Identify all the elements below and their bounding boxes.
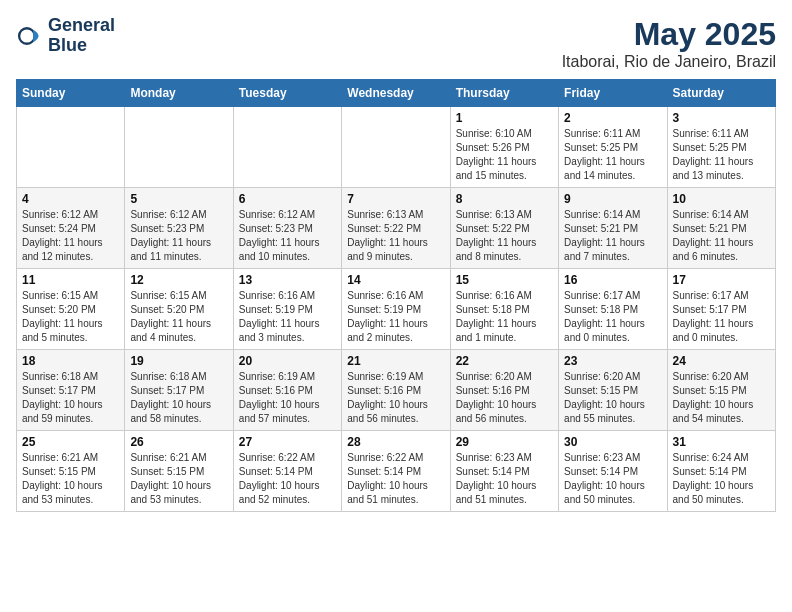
- day-number: 11: [22, 273, 119, 287]
- day-number: 1: [456, 111, 553, 125]
- calendar-cell: 3Sunrise: 6:11 AM Sunset: 5:25 PM Daylig…: [667, 107, 775, 188]
- calendar-cell: 1Sunrise: 6:10 AM Sunset: 5:26 PM Daylig…: [450, 107, 558, 188]
- day-info: Sunrise: 6:18 AM Sunset: 5:17 PM Dayligh…: [130, 370, 227, 426]
- calendar-week-3: 18Sunrise: 6:18 AM Sunset: 5:17 PM Dayli…: [17, 350, 776, 431]
- calendar-cell: 13Sunrise: 6:16 AM Sunset: 5:19 PM Dayli…: [233, 269, 341, 350]
- calendar-cell: 4Sunrise: 6:12 AM Sunset: 5:24 PM Daylig…: [17, 188, 125, 269]
- day-number: 4: [22, 192, 119, 206]
- day-info: Sunrise: 6:20 AM Sunset: 5:15 PM Dayligh…: [673, 370, 770, 426]
- day-info: Sunrise: 6:15 AM Sunset: 5:20 PM Dayligh…: [22, 289, 119, 345]
- day-info: Sunrise: 6:14 AM Sunset: 5:21 PM Dayligh…: [564, 208, 661, 264]
- day-number: 15: [456, 273, 553, 287]
- calendar-cell: 23Sunrise: 6:20 AM Sunset: 5:15 PM Dayli…: [559, 350, 667, 431]
- day-number: 6: [239, 192, 336, 206]
- weekday-header-monday: Monday: [125, 80, 233, 107]
- calendar-cell: 29Sunrise: 6:23 AM Sunset: 5:14 PM Dayli…: [450, 431, 558, 512]
- calendar-cell: 22Sunrise: 6:20 AM Sunset: 5:16 PM Dayli…: [450, 350, 558, 431]
- day-number: 3: [673, 111, 770, 125]
- day-info: Sunrise: 6:16 AM Sunset: 5:18 PM Dayligh…: [456, 289, 553, 345]
- calendar-cell: 26Sunrise: 6:21 AM Sunset: 5:15 PM Dayli…: [125, 431, 233, 512]
- logo-text: General Blue: [48, 16, 115, 56]
- day-info: Sunrise: 6:23 AM Sunset: 5:14 PM Dayligh…: [456, 451, 553, 507]
- calendar-week-2: 11Sunrise: 6:15 AM Sunset: 5:20 PM Dayli…: [17, 269, 776, 350]
- day-info: Sunrise: 6:23 AM Sunset: 5:14 PM Dayligh…: [564, 451, 661, 507]
- calendar-title: May 2025: [562, 16, 776, 53]
- weekday-header-sunday: Sunday: [17, 80, 125, 107]
- day-number: 28: [347, 435, 444, 449]
- day-info: Sunrise: 6:11 AM Sunset: 5:25 PM Dayligh…: [564, 127, 661, 183]
- calendar-cell: [125, 107, 233, 188]
- calendar-cell: 8Sunrise: 6:13 AM Sunset: 5:22 PM Daylig…: [450, 188, 558, 269]
- day-number: 29: [456, 435, 553, 449]
- day-number: 17: [673, 273, 770, 287]
- day-number: 8: [456, 192, 553, 206]
- calendar-cell: 31Sunrise: 6:24 AM Sunset: 5:14 PM Dayli…: [667, 431, 775, 512]
- day-info: Sunrise: 6:17 AM Sunset: 5:17 PM Dayligh…: [673, 289, 770, 345]
- weekday-header-wednesday: Wednesday: [342, 80, 450, 107]
- day-info: Sunrise: 6:16 AM Sunset: 5:19 PM Dayligh…: [239, 289, 336, 345]
- calendar-cell: 24Sunrise: 6:20 AM Sunset: 5:15 PM Dayli…: [667, 350, 775, 431]
- day-info: Sunrise: 6:12 AM Sunset: 5:23 PM Dayligh…: [130, 208, 227, 264]
- day-number: 2: [564, 111, 661, 125]
- day-number: 13: [239, 273, 336, 287]
- day-number: 12: [130, 273, 227, 287]
- calendar-body: 1Sunrise: 6:10 AM Sunset: 5:26 PM Daylig…: [17, 107, 776, 512]
- calendar-cell: 21Sunrise: 6:19 AM Sunset: 5:16 PM Dayli…: [342, 350, 450, 431]
- day-number: 19: [130, 354, 227, 368]
- calendar-cell: 27Sunrise: 6:22 AM Sunset: 5:14 PM Dayli…: [233, 431, 341, 512]
- day-info: Sunrise: 6:13 AM Sunset: 5:22 PM Dayligh…: [347, 208, 444, 264]
- weekday-header-tuesday: Tuesday: [233, 80, 341, 107]
- day-number: 27: [239, 435, 336, 449]
- day-number: 21: [347, 354, 444, 368]
- day-number: 23: [564, 354, 661, 368]
- day-number: 16: [564, 273, 661, 287]
- logo: General Blue: [16, 16, 115, 56]
- calendar-cell: [342, 107, 450, 188]
- svg-point-0: [19, 28, 35, 44]
- calendar-cell: 15Sunrise: 6:16 AM Sunset: 5:18 PM Dayli…: [450, 269, 558, 350]
- day-number: 7: [347, 192, 444, 206]
- day-info: Sunrise: 6:19 AM Sunset: 5:16 PM Dayligh…: [347, 370, 444, 426]
- day-info: Sunrise: 6:16 AM Sunset: 5:19 PM Dayligh…: [347, 289, 444, 345]
- calendar-cell: 7Sunrise: 6:13 AM Sunset: 5:22 PM Daylig…: [342, 188, 450, 269]
- weekday-header-row: SundayMondayTuesdayWednesdayThursdayFrid…: [17, 80, 776, 107]
- weekday-header-thursday: Thursday: [450, 80, 558, 107]
- logo-icon: [16, 22, 44, 50]
- calendar-week-1: 4Sunrise: 6:12 AM Sunset: 5:24 PM Daylig…: [17, 188, 776, 269]
- calendar-cell: 9Sunrise: 6:14 AM Sunset: 5:21 PM Daylig…: [559, 188, 667, 269]
- header: General Blue May 2025 Itaborai, Rio de J…: [16, 16, 776, 71]
- calendar-cell: 10Sunrise: 6:14 AM Sunset: 5:21 PM Dayli…: [667, 188, 775, 269]
- day-info: Sunrise: 6:19 AM Sunset: 5:16 PM Dayligh…: [239, 370, 336, 426]
- calendar-cell: [17, 107, 125, 188]
- calendar-cell: 25Sunrise: 6:21 AM Sunset: 5:15 PM Dayli…: [17, 431, 125, 512]
- day-info: Sunrise: 6:22 AM Sunset: 5:14 PM Dayligh…: [239, 451, 336, 507]
- day-info: Sunrise: 6:17 AM Sunset: 5:18 PM Dayligh…: [564, 289, 661, 345]
- calendar-table: SundayMondayTuesdayWednesdayThursdayFrid…: [16, 79, 776, 512]
- calendar-cell: 17Sunrise: 6:17 AM Sunset: 5:17 PM Dayli…: [667, 269, 775, 350]
- day-number: 30: [564, 435, 661, 449]
- day-number: 14: [347, 273, 444, 287]
- day-info: Sunrise: 6:15 AM Sunset: 5:20 PM Dayligh…: [130, 289, 227, 345]
- calendar-cell: 16Sunrise: 6:17 AM Sunset: 5:18 PM Dayli…: [559, 269, 667, 350]
- calendar-cell: 12Sunrise: 6:15 AM Sunset: 5:20 PM Dayli…: [125, 269, 233, 350]
- day-number: 22: [456, 354, 553, 368]
- calendar-cell: [233, 107, 341, 188]
- calendar-header: SundayMondayTuesdayWednesdayThursdayFrid…: [17, 80, 776, 107]
- title-area: May 2025 Itaborai, Rio de Janeiro, Brazi…: [562, 16, 776, 71]
- day-info: Sunrise: 6:20 AM Sunset: 5:16 PM Dayligh…: [456, 370, 553, 426]
- day-number: 18: [22, 354, 119, 368]
- day-number: 5: [130, 192, 227, 206]
- calendar-cell: 20Sunrise: 6:19 AM Sunset: 5:16 PM Dayli…: [233, 350, 341, 431]
- calendar-week-4: 25Sunrise: 6:21 AM Sunset: 5:15 PM Dayli…: [17, 431, 776, 512]
- day-number: 25: [22, 435, 119, 449]
- day-number: 26: [130, 435, 227, 449]
- calendar-cell: 14Sunrise: 6:16 AM Sunset: 5:19 PM Dayli…: [342, 269, 450, 350]
- day-info: Sunrise: 6:10 AM Sunset: 5:26 PM Dayligh…: [456, 127, 553, 183]
- day-info: Sunrise: 6:21 AM Sunset: 5:15 PM Dayligh…: [130, 451, 227, 507]
- day-info: Sunrise: 6:22 AM Sunset: 5:14 PM Dayligh…: [347, 451, 444, 507]
- day-number: 24: [673, 354, 770, 368]
- calendar-cell: 18Sunrise: 6:18 AM Sunset: 5:17 PM Dayli…: [17, 350, 125, 431]
- calendar-cell: 19Sunrise: 6:18 AM Sunset: 5:17 PM Dayli…: [125, 350, 233, 431]
- calendar-subtitle: Itaborai, Rio de Janeiro, Brazil: [562, 53, 776, 71]
- calendar-cell: 11Sunrise: 6:15 AM Sunset: 5:20 PM Dayli…: [17, 269, 125, 350]
